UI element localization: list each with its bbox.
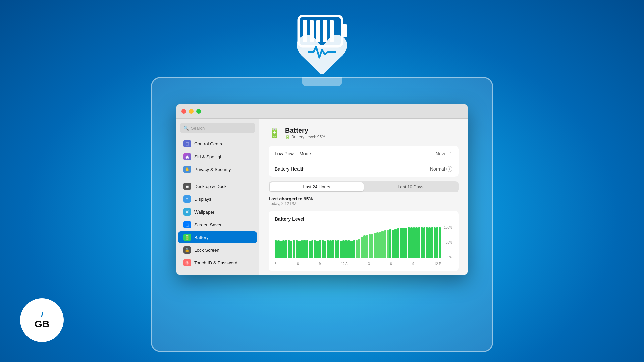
control-centre-icon: ⊞	[183, 140, 191, 147]
screen-saver-icon: ⬚	[183, 221, 191, 228]
search-box[interactable]: 🔍 Search	[180, 123, 255, 133]
title-bar	[176, 104, 468, 119]
battery-chart-section: Battery Level 3	[269, 211, 459, 271]
siri-icon: ◉	[183, 153, 191, 160]
sidebar-label: Control Centre	[194, 141, 224, 146]
sidebar-label: Wallpaper	[194, 209, 214, 215]
sidebar-item-lock-screen[interactable]: 🔒 Lock Screen	[178, 244, 257, 256]
chart-bar	[319, 240, 321, 258]
panel-subtitle: 🔋 Battery Level: 95%	[285, 135, 325, 139]
sidebar-label: Desktop & Dock	[194, 184, 227, 189]
panel-header: 🔋 Battery 🔋 Battery Level: 95%	[269, 127, 459, 139]
time-tabs-container: Last 24 Hours Last 10 Days	[269, 181, 459, 192]
lock-screen-icon: 🔒	[183, 246, 191, 254]
chart-bar	[428, 227, 431, 258]
settings-card: Low Power Mode Never ⌃ Battery Health No…	[269, 146, 459, 177]
sidebar-item-displays[interactable]: ✦ Displays	[178, 193, 257, 205]
chart-bar	[374, 233, 376, 258]
chart-bar	[384, 230, 386, 258]
chart-bar	[363, 235, 366, 258]
low-power-mode-label: Low Power Mode	[275, 151, 311, 156]
sidebar-item-desktop-dock[interactable]: ▣ Desktop & Dock	[178, 180, 257, 192]
svg-rect-1	[342, 24, 347, 37]
sidebar-item-siri-spotlight[interactable]: ◉ Siri & Spotlight	[178, 150, 257, 163]
chart-bar	[387, 230, 389, 258]
chart-bar	[324, 241, 327, 258]
chart-bar	[413, 227, 415, 258]
chart-bar	[301, 240, 303, 258]
svg-rect-5	[323, 20, 327, 42]
chart-bar	[332, 240, 334, 258]
chart-bar	[431, 227, 433, 258]
battery-health-label: Battery Health	[275, 166, 305, 172]
chart-bars	[275, 226, 441, 258]
chart-bar	[400, 228, 402, 258]
igb-gb: GB	[35, 319, 50, 329]
sidebar-label: Touch ID & Password	[194, 260, 237, 265]
close-button[interactable]	[181, 109, 186, 114]
sidebar-label: Lock Screen	[194, 248, 219, 253]
sidebar-label: Privacy & Security	[194, 167, 231, 172]
tab-last-10-days[interactable]: Last 10 Days	[364, 182, 458, 191]
chart-bar	[345, 240, 347, 258]
chart-bar	[306, 240, 308, 258]
touch-id-icon: ◎	[183, 259, 191, 266]
chart-bar	[316, 241, 319, 258]
chart-bar	[408, 227, 410, 258]
chart-bar	[358, 239, 361, 258]
sidebar-item-privacy-security[interactable]: ✋ Privacy & Security	[178, 163, 257, 175]
panel-battery-icon: 🔋	[269, 128, 280, 139]
chart-bar	[311, 240, 314, 258]
chart-bar	[394, 229, 397, 258]
chart-bar	[277, 240, 280, 258]
chart-bar	[366, 235, 368, 258]
chart-bar	[290, 241, 293, 258]
chart-bar	[389, 229, 392, 258]
sidebar-item-touch-id[interactable]: ◎ Touch ID & Password	[178, 257, 257, 269]
chart-bar	[397, 228, 399, 258]
igb-i: i	[41, 311, 43, 319]
chart-bar	[303, 240, 306, 258]
sidebar-label: Battery	[194, 235, 209, 240]
chart-bar	[282, 240, 285, 258]
window-body: 🔍 Search ⊞ Control Centre ◉ Siri & Spotl…	[176, 119, 468, 275]
chart-bar	[418, 227, 420, 258]
sidebar-label: Screen Saver	[194, 222, 222, 227]
tab-last-24-hours[interactable]: Last 24 Hours	[270, 182, 364, 191]
sidebar: 🔍 Search ⊞ Control Centre ◉ Siri & Spotl…	[176, 119, 259, 275]
desktop-dock-icon: ▣	[183, 183, 191, 190]
preferences-window: 🔍 Search ⊞ Control Centre ◉ Siri & Spotl…	[176, 104, 468, 275]
chart-bar	[436, 227, 438, 258]
wallpaper-icon: ❋	[183, 208, 191, 216]
chart-bar	[392, 230, 394, 258]
low-power-mode-value[interactable]: Never ⌃	[436, 151, 452, 156]
main-panel: 🔋 Battery 🔋 Battery Level: 95% Low Power…	[259, 119, 468, 275]
igb-badge: i GB	[20, 298, 64, 342]
chart-bar	[356, 240, 358, 258]
chart-bar	[329, 240, 332, 258]
maximize-button[interactable]	[196, 109, 201, 114]
battery-sidebar-icon: 🔋	[183, 234, 191, 241]
chart-bar	[379, 232, 381, 258]
chart-bar	[376, 232, 379, 258]
sidebar-item-control-centre[interactable]: ⊞ Control Centre	[178, 138, 257, 150]
chart-bar	[340, 241, 342, 258]
chart-bar	[405, 228, 407, 258]
chart-bar	[322, 240, 324, 258]
search-icon: 🔍	[183, 126, 189, 131]
sidebar-item-battery[interactable]: 🔋 Battery	[178, 231, 257, 243]
chart-bar	[426, 227, 428, 258]
info-button[interactable]: ℹ	[446, 166, 452, 172]
minimize-button[interactable]	[189, 109, 194, 114]
low-power-mode-row: Low Power Mode Never ⌃	[269, 146, 459, 161]
battery-icon-small: 🔋	[285, 135, 290, 139]
chart-bar	[309, 241, 311, 258]
chart-bar	[280, 241, 282, 258]
chart-bar	[353, 240, 355, 258]
chart-area: 3 6 9 12 A 3 6 9 12 P	[275, 226, 441, 266]
macbook-notch	[302, 77, 342, 86]
sidebar-item-screen-saver[interactable]: ⬚ Screen Saver	[178, 219, 257, 231]
displays-icon: ✦	[183, 195, 191, 203]
sidebar-item-wallpaper[interactable]: ❋ Wallpaper	[178, 206, 257, 218]
svg-rect-4	[316, 20, 320, 42]
